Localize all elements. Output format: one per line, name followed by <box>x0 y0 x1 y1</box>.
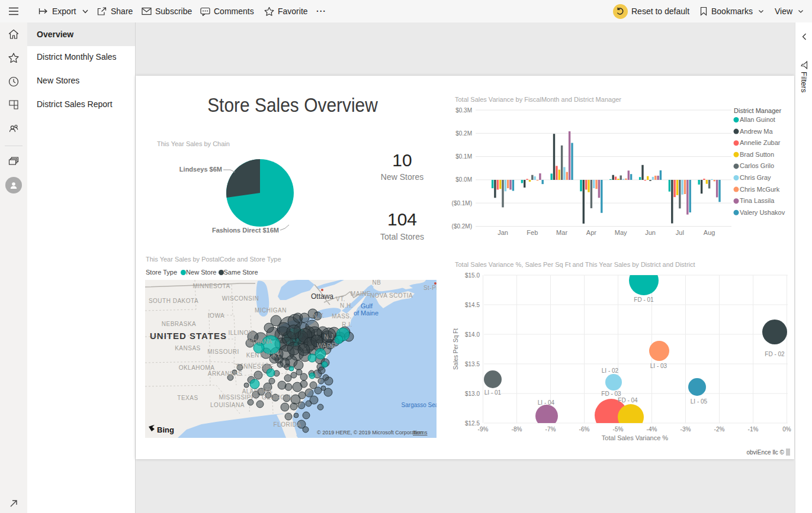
svg-text:LI - 05: LI - 05 <box>691 398 708 405</box>
svg-text:FD - 04: FD - 04 <box>618 397 638 404</box>
svg-text:Allan Guinot: Allan Guinot <box>740 116 775 123</box>
svg-text:-2%: -2% <box>714 426 725 433</box>
svg-text:© 2019 HERE, © 2019 Microsoft: © 2019 HERE, © 2019 Microsoft Corporatio… <box>317 430 423 435</box>
svg-text:TENNESSEE: TENNESSEE <box>235 363 274 370</box>
svg-text:Jan: Jan <box>498 229 508 236</box>
svg-text:-8%: -8% <box>512 426 522 433</box>
svg-text:NEBRASKA: NEBRASKA <box>162 321 196 327</box>
svg-text:$0.3M: $0.3M <box>455 107 472 114</box>
svg-text:FLORIDA: FLORIDA <box>274 421 301 428</box>
svg-text:LI - 01: LI - 01 <box>484 389 502 396</box>
svg-text:LI - 03: LI - 03 <box>650 363 667 369</box>
svg-text:$0.1M: $0.1M <box>455 153 472 160</box>
svg-text:LOUISIANA: LOUISIANA <box>210 402 245 408</box>
svg-text:LI - 02: LI - 02 <box>602 367 619 374</box>
svg-text:MISSISSIPPI: MISSISSIPPI <box>219 394 258 401</box>
svg-text:LI - 04: LI - 04 <box>538 399 555 406</box>
svg-text:$13.0: $13.0 <box>465 391 480 397</box>
svg-text:St-Pi: St-Pi <box>423 285 437 291</box>
svg-text:District Manager: District Manager <box>734 107 781 114</box>
svg-text:$13.5: $13.5 <box>465 361 480 367</box>
svg-text:Total Sales Variance %: Total Sales Variance % <box>602 434 669 441</box>
svg-text:Lindseys $6M: Lindseys $6M <box>179 166 222 173</box>
svg-text:Total Sales Variance by Fiscal: Total Sales Variance by FiscalMonth and … <box>455 96 621 103</box>
svg-text:N.Y.: N.Y. <box>313 312 325 319</box>
svg-text:Carlos Grilo: Carlos Grilo <box>740 162 774 169</box>
svg-text:N.J.: N.J. <box>324 334 336 340</box>
svg-text:R.I.: R.I. <box>342 321 352 328</box>
svg-text:NOVA SCOTIA: NOVA SCOTIA <box>370 292 413 299</box>
svg-text:Sargasso Sea: Sargasso Sea <box>402 402 437 408</box>
svg-text:-7%: -7% <box>545 426 556 433</box>
svg-text:-1%: -1% <box>748 426 759 433</box>
svg-text:MINNESOTA: MINNESOTA <box>192 283 230 289</box>
svg-text:Jul: Jul <box>676 229 684 236</box>
svg-text:Tina Lassila: Tina Lassila <box>740 197 775 204</box>
svg-text:N.H.: N.H. <box>340 302 353 309</box>
svg-text:Mar: Mar <box>556 229 567 236</box>
svg-text:-3%: -3% <box>681 426 691 433</box>
svg-text:UNITED STATES: UNITED STATES <box>150 331 227 341</box>
svg-text:GEORGIA: GEORGIA <box>262 394 291 401</box>
svg-text:Total Sales Variance %, Sales: Total Sales Variance %, Sales Per Sq Ft … <box>455 261 695 268</box>
svg-text:FD - 01: FD - 01 <box>634 296 654 303</box>
svg-text:of Maine: of Maine <box>354 309 378 317</box>
svg-text:Chris Gray: Chris Gray <box>740 174 771 181</box>
svg-text:-4%: -4% <box>647 426 657 433</box>
svg-text:$14.0: $14.0 <box>465 331 480 338</box>
svg-text:IOWA: IOWA <box>208 312 224 319</box>
svg-text:ARKANSAS: ARKANSAS <box>208 370 242 377</box>
svg-text:MICHIGAN: MICHIGAN <box>255 307 287 314</box>
svg-text:Apr: Apr <box>586 229 596 236</box>
svg-text:($0.1M): ($0.1M) <box>452 200 472 207</box>
svg-text:FD - 03: FD - 03 <box>601 391 621 397</box>
svg-text:VT.: VT. <box>336 296 345 302</box>
svg-text:0%: 0% <box>782 426 791 433</box>
svg-text:Aug: Aug <box>704 229 715 236</box>
svg-text:This Year Sales by Chain: This Year Sales by Chain <box>157 140 230 147</box>
svg-text:($0.2M): ($0.2M) <box>452 223 472 230</box>
svg-text:Brad Sutton: Brad Sutton <box>740 151 774 158</box>
svg-text:KENTUCKY: KENTUCKY <box>246 352 281 359</box>
svg-text:WARE: WARE <box>317 343 336 349</box>
svg-text:Gulf: Gulf <box>361 302 373 309</box>
svg-text:MASS.: MASS. <box>332 313 352 320</box>
svg-text:Valery Ushakov: Valery Ushakov <box>740 209 785 216</box>
svg-text:KANSAS: KANSAS <box>175 345 201 351</box>
svg-text:Jun: Jun <box>645 229 656 236</box>
svg-text:WISCONSIN: WISCONSIN <box>222 295 259 302</box>
svg-text:Annelie Zubar: Annelie Zubar <box>740 139 781 146</box>
svg-text:$12.5: $12.5 <box>465 420 480 427</box>
svg-text:Terms: Terms <box>413 430 428 435</box>
svg-text:ILLINOIS: ILLINOIS <box>228 330 255 336</box>
svg-text:Andrew Ma: Andrew Ma <box>740 128 774 135</box>
svg-text:Chris McGurk: Chris McGurk <box>740 186 780 193</box>
svg-text:-5%: -5% <box>613 426 624 433</box>
svg-text:NB: NB <box>373 280 381 286</box>
svg-text:$0.2M: $0.2M <box>455 130 472 137</box>
svg-text:$0.0M: $0.0M <box>455 176 472 183</box>
svg-text:Ottawa: Ottawa <box>311 292 333 301</box>
svg-text:SOUTH DAKOTA: SOUTH DAKOTA <box>149 298 198 304</box>
svg-text:Sales Per Sq Ft: Sales Per Sq Ft <box>453 328 459 370</box>
svg-text:May: May <box>615 229 627 236</box>
svg-text:$15.0: $15.0 <box>465 272 480 279</box>
svg-text:TEXAS: TEXAS <box>177 395 198 401</box>
svg-text:Feb: Feb <box>527 229 538 236</box>
svg-text:$14.5: $14.5 <box>465 302 480 308</box>
svg-text:FD - 02: FD - 02 <box>765 351 785 357</box>
svg-text:Bing: Bing <box>157 425 174 434</box>
svg-text:MAINE: MAINE <box>351 291 371 297</box>
svg-text:-6%: -6% <box>579 426 590 433</box>
svg-text:Fashions Direct $16M: Fashions Direct $16M <box>212 227 279 234</box>
svg-text:-9%: -9% <box>478 426 489 433</box>
svg-text:INDIANA: INDIANA <box>246 338 272 345</box>
svg-text:MISSOURI: MISSOURI <box>207 349 239 355</box>
